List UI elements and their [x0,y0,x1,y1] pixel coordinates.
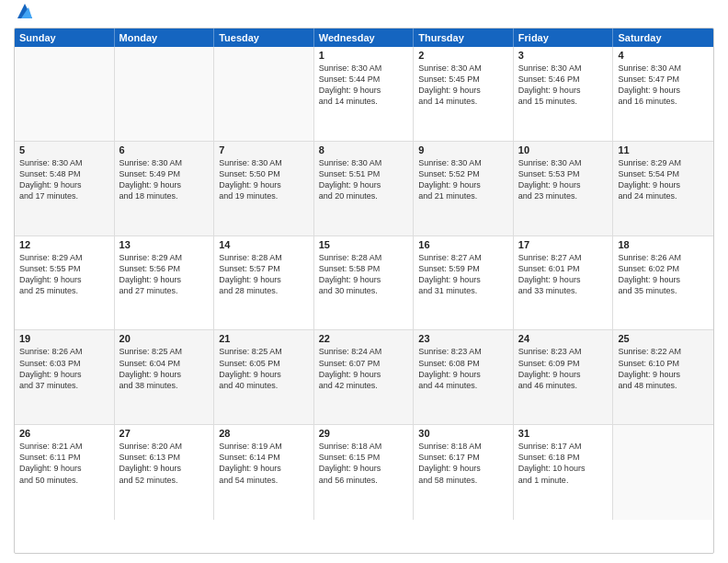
cell-text: Sunrise: 8:19 AM Sunset: 6:14 PM Dayligh… [219,441,309,486]
cell-text: Sunrise: 8:25 AM Sunset: 6:04 PM Dayligh… [119,346,210,391]
header [14,9,714,20]
weekday-header: Friday [514,29,614,47]
cell-text: Sunrise: 8:30 AM Sunset: 5:50 PM Dayligh… [219,157,309,202]
calendar-cell: 22Sunrise: 8:24 AM Sunset: 6:07 PM Dayli… [314,330,415,424]
empty-cell [613,425,713,520]
calendar-body: 1Sunrise: 8:30 AM Sunset: 5:44 PM Daylig… [15,47,713,520]
day-number: 6 [119,144,210,155]
calendar-cell: 30Sunrise: 8:18 AM Sunset: 6:17 PM Dayli… [414,425,514,520]
cell-text: Sunrise: 8:23 AM Sunset: 6:08 PM Dayligh… [418,346,508,391]
cell-text: Sunrise: 8:27 AM Sunset: 5:59 PM Dayligh… [418,252,508,297]
day-number: 27 [119,428,210,439]
cell-text: Sunrise: 8:30 AM Sunset: 5:52 PM Dayligh… [418,157,508,202]
calendar-row: 12Sunrise: 8:29 AM Sunset: 5:55 PM Dayli… [15,236,713,331]
day-number: 14 [219,239,309,250]
day-number: 31 [518,428,609,439]
day-number: 8 [319,144,409,155]
calendar-cell: 26Sunrise: 8:21 AM Sunset: 6:11 PM Dayli… [15,425,115,520]
logo-icon [16,2,34,20]
day-number: 15 [319,239,409,250]
day-number: 10 [518,144,609,155]
calendar-row: 5Sunrise: 8:30 AM Sunset: 5:48 PM Daylig… [15,142,713,236]
cell-text: Sunrise: 8:20 AM Sunset: 6:13 PM Dayligh… [119,441,210,486]
day-number: 11 [618,144,709,155]
calendar-cell: 5Sunrise: 8:30 AM Sunset: 5:48 PM Daylig… [15,142,115,236]
calendar-cell: 31Sunrise: 8:17 AM Sunset: 6:18 PM Dayli… [514,425,614,520]
calendar-cell: 11Sunrise: 8:29 AM Sunset: 5:54 PM Dayli… [613,142,713,236]
day-number: 1 [319,50,409,61]
cell-text: Sunrise: 8:28 AM Sunset: 5:58 PM Dayligh… [319,252,409,297]
calendar: SundayMondayTuesdayWednesdayThursdayFrid… [14,28,714,554]
cell-text: Sunrise: 8:29 AM Sunset: 5:56 PM Dayligh… [119,252,210,297]
cell-text: Sunrise: 8:27 AM Sunset: 6:01 PM Dayligh… [518,252,609,297]
day-number: 4 [618,50,709,61]
day-number: 22 [319,333,409,344]
cell-text: Sunrise: 8:26 AM Sunset: 6:02 PM Dayligh… [618,252,709,297]
empty-cell [214,47,314,141]
weekday-header: Tuesday [214,29,314,47]
cell-text: Sunrise: 8:30 AM Sunset: 5:49 PM Dayligh… [119,157,210,202]
logo [14,9,34,20]
calendar-cell: 25Sunrise: 8:22 AM Sunset: 6:10 PM Dayli… [613,330,713,424]
day-number: 29 [319,428,409,439]
calendar-cell: 19Sunrise: 8:26 AM Sunset: 6:03 PM Dayli… [15,330,115,424]
weekday-header: Sunday [15,29,115,47]
day-number: 30 [418,428,508,439]
calendar-cell: 29Sunrise: 8:18 AM Sunset: 6:15 PM Dayli… [314,425,415,520]
calendar-cell: 13Sunrise: 8:29 AM Sunset: 5:56 PM Dayli… [115,236,215,330]
cell-text: Sunrise: 8:29 AM Sunset: 5:55 PM Dayligh… [19,252,109,297]
day-number: 13 [119,239,210,250]
cell-text: Sunrise: 8:30 AM Sunset: 5:46 PM Dayligh… [518,63,609,108]
cell-text: Sunrise: 8:30 AM Sunset: 5:51 PM Dayligh… [319,157,409,202]
calendar-cell: 1Sunrise: 8:30 AM Sunset: 5:44 PM Daylig… [314,47,415,141]
calendar-cell: 2Sunrise: 8:30 AM Sunset: 5:45 PM Daylig… [414,47,514,141]
calendar-cell: 10Sunrise: 8:30 AM Sunset: 5:53 PM Dayli… [514,142,614,236]
calendar-cell: 28Sunrise: 8:19 AM Sunset: 6:14 PM Dayli… [214,425,314,520]
cell-text: Sunrise: 8:18 AM Sunset: 6:15 PM Dayligh… [319,441,409,486]
calendar-cell: 18Sunrise: 8:26 AM Sunset: 6:02 PM Dayli… [613,236,713,330]
cell-text: Sunrise: 8:28 AM Sunset: 5:57 PM Dayligh… [219,252,309,297]
day-number: 21 [219,333,309,344]
cell-text: Sunrise: 8:22 AM Sunset: 6:10 PM Dayligh… [618,346,709,391]
calendar-cell: 23Sunrise: 8:23 AM Sunset: 6:08 PM Dayli… [414,330,514,424]
cell-text: Sunrise: 8:18 AM Sunset: 6:17 PM Dayligh… [418,441,508,486]
day-number: 12 [19,239,109,250]
day-number: 20 [119,333,210,344]
weekday-header: Thursday [414,29,514,47]
calendar-cell: 21Sunrise: 8:25 AM Sunset: 6:05 PM Dayli… [214,330,314,424]
cell-text: Sunrise: 8:25 AM Sunset: 6:05 PM Dayligh… [219,346,309,391]
day-number: 23 [418,333,508,344]
calendar-cell: 4Sunrise: 8:30 AM Sunset: 5:47 PM Daylig… [613,47,713,141]
weekday-header: Saturday [613,29,713,47]
cell-text: Sunrise: 8:30 AM Sunset: 5:48 PM Dayligh… [19,157,109,202]
day-number: 3 [518,50,609,61]
cell-text: Sunrise: 8:26 AM Sunset: 6:03 PM Dayligh… [19,346,109,391]
day-number: 25 [618,333,709,344]
day-number: 26 [19,428,109,439]
calendar-row: 26Sunrise: 8:21 AM Sunset: 6:11 PM Dayli… [15,425,713,520]
calendar-cell: 16Sunrise: 8:27 AM Sunset: 5:59 PM Dayli… [414,236,514,330]
cell-text: Sunrise: 8:30 AM Sunset: 5:47 PM Dayligh… [618,63,709,108]
empty-cell [15,47,115,141]
day-number: 28 [219,428,309,439]
day-number: 24 [518,333,609,344]
calendar-cell: 6Sunrise: 8:30 AM Sunset: 5:49 PM Daylig… [115,142,215,236]
day-number: 7 [219,144,309,155]
calendar-cell: 14Sunrise: 8:28 AM Sunset: 5:57 PM Dayli… [214,236,314,330]
calendar-row: 1Sunrise: 8:30 AM Sunset: 5:44 PM Daylig… [15,47,713,142]
cell-text: Sunrise: 8:17 AM Sunset: 6:18 PM Dayligh… [518,441,609,486]
calendar-row: 19Sunrise: 8:26 AM Sunset: 6:03 PM Dayli… [15,330,713,425]
calendar-cell: 24Sunrise: 8:23 AM Sunset: 6:09 PM Dayli… [514,330,614,424]
calendar-cell: 15Sunrise: 8:28 AM Sunset: 5:58 PM Dayli… [314,236,415,330]
calendar-cell: 9Sunrise: 8:30 AM Sunset: 5:52 PM Daylig… [414,142,514,236]
cell-text: Sunrise: 8:23 AM Sunset: 6:09 PM Dayligh… [518,346,609,391]
cell-text: Sunrise: 8:30 AM Sunset: 5:44 PM Dayligh… [319,63,409,108]
calendar-cell: 7Sunrise: 8:30 AM Sunset: 5:50 PM Daylig… [214,142,314,236]
day-number: 18 [618,239,709,250]
weekday-header: Wednesday [314,29,415,47]
calendar-cell: 17Sunrise: 8:27 AM Sunset: 6:01 PM Dayli… [514,236,614,330]
cell-text: Sunrise: 8:29 AM Sunset: 5:54 PM Dayligh… [618,157,709,202]
calendar-cell: 8Sunrise: 8:30 AM Sunset: 5:51 PM Daylig… [314,142,415,236]
cell-text: Sunrise: 8:30 AM Sunset: 5:45 PM Dayligh… [418,63,508,108]
calendar-cell: 27Sunrise: 8:20 AM Sunset: 6:13 PM Dayli… [115,425,215,520]
